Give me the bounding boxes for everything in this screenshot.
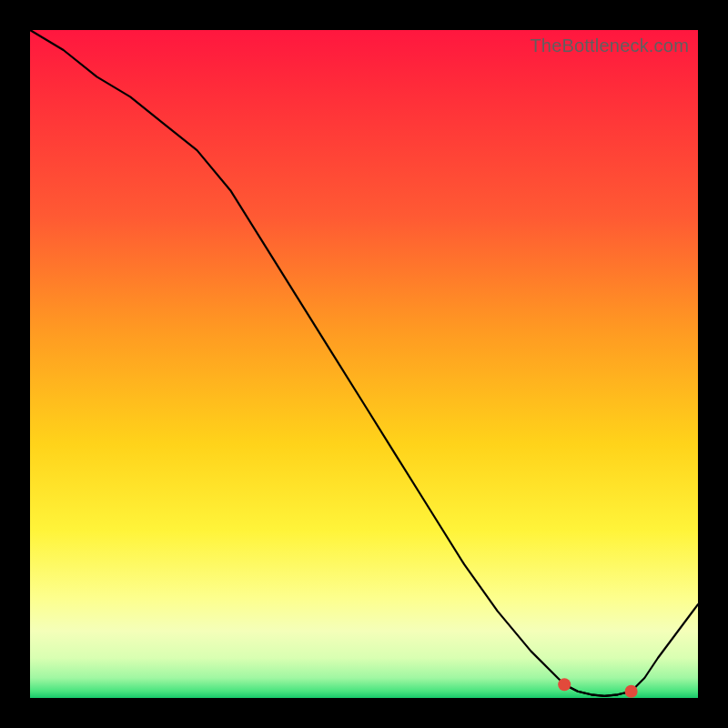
marker-group — [558, 678, 637, 697]
marker-dash — [564, 684, 631, 696]
line-series — [30, 30, 698, 696]
chart-frame: TheBottleneck.com — [0, 0, 728, 728]
chart-svg — [30, 30, 698, 698]
plot-area: TheBottleneck.com — [30, 30, 698, 698]
marker-dot — [625, 685, 638, 698]
marker-dot — [558, 678, 571, 691]
